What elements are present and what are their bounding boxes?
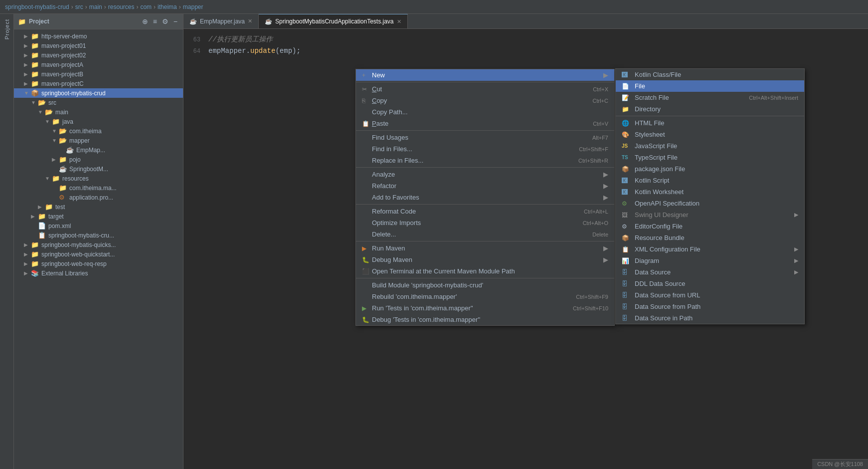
sub-item-data-source-in-path[interactable]: 🗄 Data Source in Path [616, 312, 804, 324]
ctx-item-delete[interactable]: Delete... Delete [356, 229, 614, 240]
data-source-in-path-icon: 🗄 [622, 315, 631, 322]
sub-item-kotlin-class[interactable]: 🅺 Kotlin Class/File [616, 69, 804, 80]
sub-item-data-source-path[interactable]: 🗄 Data Source from Path [616, 301, 804, 312]
sidebar-panel-tab[interactable]: Project [0, 14, 14, 469]
tab-close-button[interactable]: ✕ [397, 18, 401, 25]
sub-item-ddl-data-source[interactable]: 🗄 DDL Data Source [616, 278, 804, 289]
ctx-item-copy[interactable]: ⎘ Copy Ctrl+C [356, 95, 614, 106]
sub-item-javascript-file[interactable]: JS JavaScript File [616, 140, 804, 152]
ctx-item-open-terminal[interactable]: ⬛ Open Terminal at the Current Maven Mod… [356, 265, 614, 277]
ctx-item-rebuild[interactable]: Rebuild 'com.itheima.mapper' Ctrl+Shift+… [356, 291, 614, 302]
tree-item-maven-project02[interactable]: ▶ 📁 maven-project02 [14, 50, 183, 60]
tree-item-springboot-web-req-resp[interactable]: ▶ 📁 springboot-web-req-resp [14, 259, 183, 268]
ctx-label: Copy Path... [372, 108, 608, 116]
sub-item-scratch-file[interactable]: 📝 Scratch File Ctrl+Alt+Shift+Insert [616, 92, 804, 103]
ctx-item-replace-in-files[interactable]: Replace in Files... Ctrl+Shift+R [356, 155, 614, 166]
tree-item-maven-projectC[interactable]: ▶ 📁 maven-projectC [14, 79, 183, 88]
breadcrumb-item[interactable]: com [140, 3, 152, 10]
ctx-item-refactor[interactable]: Refactor ▶ [356, 180, 614, 192]
ctx-shortcut: Alt+F7 [592, 135, 608, 141]
ctx-item-optimize-imports[interactable]: Optimize Imports Ctrl+Alt+O [356, 217, 614, 229]
tree-item-main[interactable]: ▼ 📂 main [14, 107, 183, 117]
ctx-item-add-to-favorites[interactable]: Add to Favorites ▶ [356, 192, 614, 203]
tree-item-springboot-mybatis-crud[interactable]: ▼ 📦 springboot-mybatis-crud [14, 88, 183, 98]
ctx-item-reformat-code[interactable]: Reformat Code Ctrl+Alt+L [356, 206, 614, 217]
ctx-item-find-usages[interactable]: Find Usages Alt+F7 [356, 132, 614, 143]
tab-springboot-tests[interactable]: ☕ SpringbootMybatisCrudApplicationTests.… [259, 14, 407, 28]
tree-item-target[interactable]: ▶ 📁 target [14, 212, 183, 221]
sub-item-editorconfig[interactable]: ⚙ EditorConfig File [616, 221, 804, 232]
sub-item-package-json[interactable]: 📦 package.json File [616, 163, 804, 175]
sub-item-resource-bundle[interactable]: 📦 Resource Bundle [616, 232, 804, 243]
close-icon[interactable]: − [172, 17, 179, 26]
sync-icon[interactable]: ⊕ [141, 17, 150, 26]
breadcrumb-item[interactable]: main [89, 3, 102, 10]
folder-icon: 📁 [18, 18, 26, 25]
ctx-item-analyze[interactable]: Analyze ▶ [356, 169, 614, 180]
sub-label: Resource Bundle [635, 234, 798, 241]
ctx-item-run-maven[interactable]: ▶ Run Maven ▶ [356, 242, 614, 254]
sub-item-data-source-url[interactable]: 🗄 Data Source from URL [616, 289, 804, 301]
ctx-label: Open Terminal at the Current Maven Modul… [372, 267, 608, 275]
ctx-item-cut[interactable]: ✂ Cut Ctrl+X [356, 83, 614, 95]
sub-item-openapi[interactable]: ⚙ OpenAPI Specification [616, 198, 804, 209]
ctx-shortcut: Ctrl+Alt+L [584, 209, 608, 215]
tree-item-resources[interactable]: ▼ 📁 resources [14, 174, 183, 183]
tree-item-src[interactable]: ▼ 📂 src [14, 98, 183, 107]
sub-item-swing-designer[interactable]: 🖼 Swing UI Designer ▶ [616, 209, 804, 221]
sub-item-kotlin-worksheet[interactable]: 🅺 Kotlin Worksheet [616, 186, 804, 198]
breadcrumb-item[interactable]: mapper [183, 3, 203, 10]
tree-item-springboot-web-quickstart[interactable]: ▶ 📁 springboot-web-quickstart... [14, 249, 183, 259]
tree-item-pojo[interactable]: ▶ 📁 pojo [14, 155, 183, 164]
ctx-item-debug-tests[interactable]: 🐛 Debug 'Tests in 'com.itheima.mapper'' [356, 314, 614, 325]
tree-item-test[interactable]: ▶ 📁 test [14, 202, 183, 212]
folder-icon: 📂 [45, 108, 54, 116]
ctx-item-new[interactable]: + New ▶ [356, 69, 614, 81]
tree-arrow: ▼ [38, 109, 45, 115]
tree-item-pom-xml[interactable]: 📄 pom.xml [14, 221, 183, 231]
tree-item-external-libraries[interactable]: ▶ 📚 External Libraries [14, 268, 183, 278]
tree-item-maven-project01[interactable]: ▶ 📁 maven-project01 [14, 41, 183, 50]
ctx-item-debug-maven[interactable]: 🐛 Debug Maven ▶ [356, 254, 614, 265]
tab-close-button[interactable]: ✕ [248, 18, 252, 24]
breadcrumb-item[interactable]: resources [108, 3, 135, 10]
breadcrumb-sep: › [71, 3, 73, 10]
sub-label: package.json File [635, 165, 798, 173]
tree-item-mapper[interactable]: ▼ 📂 mapper [14, 136, 183, 145]
tree-item-springboot-mybatis-cru2[interactable]: 📋 springboot-mybatis-cru... [14, 231, 183, 240]
sub-item-data-source[interactable]: 🗄 Data Source ▶ [616, 266, 804, 278]
sub-item-xml-config[interactable]: 📋 XML Configuration File ▶ [616, 243, 804, 255]
tree-item-java[interactable]: ▼ 📁 java [14, 117, 183, 126]
tree-item-empmapper[interactable]: ☕ EmpMap... [14, 145, 183, 155]
sub-item-file[interactable]: 📄 File [616, 80, 804, 92]
properties-icon: ⚙ [59, 194, 68, 201]
ctx-item-find-in-files[interactable]: Find in Files... Ctrl+Shift+F [356, 143, 614, 155]
sub-item-stylesheet[interactable]: 🎨 Stylesheet [616, 129, 804, 140]
settings-icon[interactable]: ⚙ [161, 17, 170, 26]
sub-label: Directory [635, 105, 798, 113]
breadcrumb-item[interactable]: src [75, 3, 83, 10]
sub-item-directory[interactable]: 📁 Directory [616, 103, 804, 115]
tree-item-application-pro[interactable]: ⚙ application.pro... [14, 193, 183, 202]
ctx-item-run-tests[interactable]: ▶ Run 'Tests in 'com.itheima.mapper'' Ct… [356, 302, 614, 314]
collapse-icon[interactable]: ≡ [152, 17, 159, 26]
tree-item-springbootm[interactable]: ☕ SpringbootM... [14, 164, 183, 174]
breadcrumb-item[interactable]: itheima [158, 3, 177, 10]
sub-item-kotlin-script[interactable]: 🅺 Kotlin Script [616, 175, 804, 186]
ctx-item-copy-path[interactable]: Copy Path... [356, 106, 614, 118]
breadcrumb-item[interactable]: springboot-mybatis-crud [5, 3, 69, 10]
ctx-item-build-module[interactable]: Build Module 'springboot-mybatis-crud' [356, 279, 614, 291]
ddl-icon: 🗄 [622, 280, 631, 287]
tab-empmapper[interactable]: ☕ EmpMapper.java ✕ [183, 14, 259, 28]
tree-item-com-itheima-ma[interactable]: 📁 com.itheima.ma... [14, 183, 183, 193]
sub-item-html-file[interactable]: 🌐 HTML File [616, 117, 804, 129]
tree-item-maven-projectA[interactable]: ▶ 📁 maven-projectA [14, 60, 183, 69]
ctx-item-paste[interactable]: 📋 Paste Ctrl+V [356, 118, 614, 129]
tree-item-maven-projectB[interactable]: ▶ 📁 maven-projectB [14, 69, 183, 79]
tree-item-com-itheima[interactable]: ▼ 📂 com.itheima [14, 126, 183, 136]
sub-item-diagram[interactable]: 📊 Diagram ▶ [616, 255, 804, 266]
tree-item-http-server-demo[interactable]: ▶ 📁 http-server-demo [14, 31, 183, 41]
tree-item-springboot-mybatis-quicks[interactable]: ▶ 📁 springboot-mybatis-quicks... [14, 240, 183, 249]
sub-item-typescript-file[interactable]: TS TypeScript File [616, 152, 804, 163]
xml-config-icon: 📋 [622, 246, 631, 253]
